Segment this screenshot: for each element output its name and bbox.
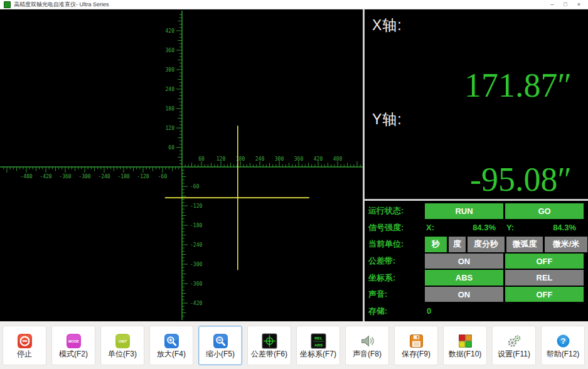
readout-display: X轴: 171.87″ Y轴: -95.08″ bbox=[365, 9, 588, 199]
svg-text:60: 60 bbox=[168, 145, 174, 151]
status-button[interactable]: GO bbox=[505, 203, 584, 219]
x-axis-label: X轴: bbox=[372, 16, 402, 35]
signal-axis-name: X: bbox=[426, 223, 434, 232]
status-row-label: 声音: bbox=[368, 287, 425, 302]
unit-icon: UNIT bbox=[114, 333, 131, 349]
status-row: 公差带:ONOFF bbox=[368, 254, 584, 269]
maximize-icon[interactable]: □ bbox=[564, 0, 567, 9]
svg-text:480: 480 bbox=[333, 156, 343, 162]
status-button[interactable]: 度 bbox=[449, 237, 466, 252]
toolbar-button-label: 坐标系(F7) bbox=[300, 350, 336, 358]
svg-text:-180: -180 bbox=[117, 174, 129, 179]
status-button[interactable]: OFF bbox=[505, 254, 584, 269]
coordinate-icon: RELABS bbox=[310, 333, 326, 349]
sound-button[interactable]: 声音(F8) bbox=[345, 326, 389, 365]
settings-button[interactable]: 设置(F11) bbox=[492, 326, 536, 365]
status-row-cells: ONOFF bbox=[425, 287, 584, 302]
y-axis-readout: Y轴: -95.08″ bbox=[365, 105, 588, 199]
tolerance-button[interactable]: 公差带(F6) bbox=[247, 326, 291, 365]
svg-text:-60: -60 bbox=[158, 174, 168, 179]
status-row: 当前单位:秒度度分秒微弧度微米/米 bbox=[368, 237, 584, 252]
settings-icon bbox=[506, 333, 522, 349]
status-button[interactable]: ON bbox=[425, 254, 503, 269]
svg-text:180: 180 bbox=[166, 106, 175, 112]
zoom-out-icon bbox=[212, 333, 228, 349]
status-button[interactable]: OFF bbox=[505, 287, 584, 302]
svg-text:60: 60 bbox=[198, 156, 205, 162]
svg-text:-240: -240 bbox=[98, 174, 110, 179]
svg-text:-420: -420 bbox=[190, 301, 202, 306]
x-axis-readout: X轴: 171.87″ bbox=[365, 11, 588, 105]
save-button[interactable]: 保存(F9) bbox=[394, 326, 438, 365]
svg-text:-180: -180 bbox=[190, 223, 202, 228]
status-row-label: 存储: bbox=[368, 303, 425, 319]
help-icon: ? bbox=[555, 333, 571, 349]
status-button[interactable]: RUN bbox=[425, 203, 503, 219]
zoom-in-icon bbox=[163, 333, 179, 349]
x-axis-value: 171.87″ bbox=[464, 68, 572, 102]
status-button[interactable]: 度分秒 bbox=[468, 237, 505, 252]
svg-text:-300: -300 bbox=[78, 174, 90, 179]
y-axis-label: Y轴: bbox=[372, 110, 402, 129]
help-button[interactable]: ?帮助(F12) bbox=[541, 326, 585, 365]
save-icon bbox=[408, 333, 424, 349]
stop-button[interactable]: 停止 bbox=[3, 326, 46, 365]
svg-text:-480: -480 bbox=[20, 174, 32, 179]
svg-text:-60: -60 bbox=[190, 184, 200, 190]
status-button[interactable]: 微弧度 bbox=[506, 237, 543, 252]
storage-count: 0 bbox=[425, 303, 431, 319]
toolbar-button-label: 公差带(F6) bbox=[251, 350, 287, 358]
status-row-cells: 0 bbox=[425, 303, 584, 319]
zoom-out-button[interactable]: 缩小(F5) bbox=[198, 326, 242, 365]
toolbar: 停止MODE模式(F2)UNIT单位(F3)放大(F4)缩小(F5)公差带(F6… bbox=[0, 321, 588, 369]
signal-axis-value: 84.3% bbox=[553, 223, 576, 232]
status-button[interactable]: 秒 bbox=[425, 237, 447, 252]
svg-text:-120: -120 bbox=[137, 174, 149, 179]
svg-text:240: 240 bbox=[166, 87, 175, 92]
toolbar-button-label: 单位(F3) bbox=[108, 350, 137, 358]
graph-panel: -480-420-360-300-240-180-120-60601201802… bbox=[0, 9, 363, 321]
app-icon bbox=[4, 1, 11, 8]
toolbar-button-label: 数据(F10) bbox=[449, 350, 482, 358]
coordinate-button[interactable]: RELABS坐标系(F7) bbox=[296, 326, 340, 365]
svg-text:-240: -240 bbox=[190, 242, 202, 248]
toolbar-button-label: 停止 bbox=[17, 350, 32, 358]
status-button[interactable]: ABS bbox=[425, 270, 503, 286]
status-row-cells: X:84.3%Y:84.3% bbox=[425, 220, 584, 236]
y-axis-value: -95.08″ bbox=[470, 163, 572, 196]
signal-strength: X:84.3% bbox=[425, 220, 503, 236]
titlebar: 高精度双轴光电自准直仪- Ultra Series – □ × bbox=[0, 0, 588, 9]
svg-text:240: 240 bbox=[255, 156, 265, 162]
status-row-label: 公差带: bbox=[368, 254, 425, 269]
toolbar-button-label: 缩小(F5) bbox=[206, 350, 235, 358]
close-icon[interactable]: × bbox=[577, 0, 580, 9]
status-row-cells: 秒度度分秒微弧度微米/米 bbox=[425, 237, 584, 252]
mode-button[interactable]: MODE模式(F2) bbox=[51, 326, 95, 365]
data-button[interactable]: 数据(F10) bbox=[443, 326, 487, 365]
signal-axis-value: 84.3% bbox=[473, 223, 496, 232]
data-icon bbox=[457, 333, 473, 349]
status-row-label: 信号强度: bbox=[368, 220, 425, 236]
stop-icon bbox=[16, 333, 33, 349]
toolbar-button-label: 帮助(F12) bbox=[547, 350, 580, 358]
status-button[interactable]: 微米/米 bbox=[545, 237, 587, 252]
window-title: 高精度双轴光电自准直仪- Ultra Series bbox=[14, 1, 547, 9]
signal-axis-name: Y: bbox=[506, 223, 514, 232]
zoom-in-button[interactable]: 放大(F4) bbox=[149, 326, 193, 365]
status-row-label: 当前单位: bbox=[368, 237, 425, 252]
signal-strength: Y:84.3% bbox=[505, 220, 584, 236]
status-row: 运行状态:RUNGO bbox=[368, 203, 584, 219]
mode-icon: MODE bbox=[65, 333, 82, 349]
unit-button[interactable]: UNIT单位(F3) bbox=[100, 326, 144, 365]
status-button[interactable]: REL bbox=[505, 270, 584, 286]
minimize-icon[interactable]: – bbox=[550, 0, 553, 9]
window-controls: – □ × bbox=[550, 0, 580, 9]
svg-text:-120: -120 bbox=[190, 203, 202, 209]
svg-text:300: 300 bbox=[275, 156, 284, 162]
svg-text:UNIT: UNIT bbox=[118, 340, 127, 343]
svg-text:120: 120 bbox=[216, 156, 226, 162]
status-row: 信号强度:X:84.3%Y:84.3% bbox=[368, 220, 584, 236]
toolbar-button-label: 声音(F8) bbox=[353, 350, 382, 358]
status-button[interactable]: ON bbox=[425, 287, 503, 302]
status-row-cells: ABSREL bbox=[425, 270, 584, 286]
